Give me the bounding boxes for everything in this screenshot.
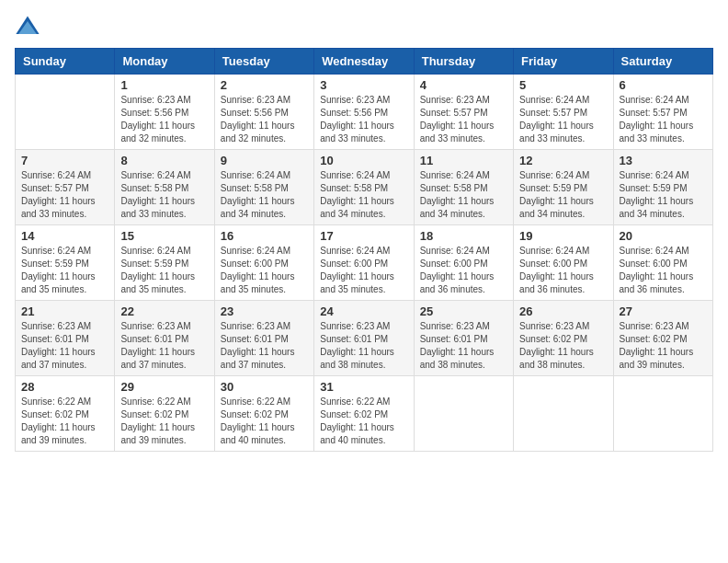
weekday-header: Wednesday [314, 49, 414, 75]
day-number: 15 [120, 229, 208, 243]
day-info: Sunrise: 6:22 AM Sunset: 6:02 PM Dayligh… [21, 396, 108, 447]
calendar-cell: 21Sunrise: 6:23 AM Sunset: 6:01 PM Dayli… [16, 301, 115, 376]
calendar-cell [414, 376, 513, 452]
day-info: Sunrise: 6:23 AM Sunset: 5:56 PM Dayligh… [221, 94, 308, 145]
day-number: 19 [519, 229, 607, 243]
calendar-cell [16, 75, 115, 150]
day-number: 3 [320, 78, 407, 92]
weekday-header: Saturday [613, 49, 712, 75]
day-info: Sunrise: 6:24 AM Sunset: 6:00 PM Dayligh… [221, 245, 308, 296]
day-number: 24 [320, 304, 407, 318]
day-number: 22 [120, 304, 208, 318]
day-number: 4 [420, 78, 507, 92]
day-number: 1 [120, 78, 208, 92]
calendar-cell: 31Sunrise: 6:22 AM Sunset: 6:02 PM Dayli… [314, 376, 414, 452]
day-info: Sunrise: 6:22 AM Sunset: 6:02 PM Dayligh… [120, 396, 208, 447]
calendar-cell: 28Sunrise: 6:22 AM Sunset: 6:02 PM Dayli… [16, 376, 115, 452]
day-number: 5 [519, 78, 607, 92]
calendar-cell: 3Sunrise: 6:23 AM Sunset: 5:56 PM Daylig… [314, 75, 414, 150]
calendar-cell: 8Sunrise: 6:24 AM Sunset: 5:58 PM Daylig… [115, 150, 214, 225]
day-info: Sunrise: 6:24 AM Sunset: 5:59 PM Dayligh… [519, 169, 607, 221]
day-info: Sunrise: 6:24 AM Sunset: 5:59 PM Dayligh… [620, 169, 707, 221]
day-number: 14 [21, 229, 108, 243]
calendar-cell: 24Sunrise: 6:23 AM Sunset: 6:01 PM Dayli… [314, 301, 414, 376]
calendar-cell: 5Sunrise: 6:24 AM Sunset: 5:57 PM Daylig… [514, 75, 613, 150]
calendar-cell: 27Sunrise: 6:23 AM Sunset: 6:02 PM Dayli… [613, 301, 712, 376]
calendar-cell: 1Sunrise: 6:23 AM Sunset: 5:56 PM Daylig… [115, 75, 214, 150]
day-info: Sunrise: 6:24 AM Sunset: 5:57 PM Dayligh… [620, 94, 707, 145]
day-info: Sunrise: 6:23 AM Sunset: 6:01 PM Dayligh… [21, 320, 108, 372]
day-info: Sunrise: 6:23 AM Sunset: 6:02 PM Dayligh… [519, 320, 607, 372]
page-header [15, 15, 713, 40]
weekday-header: Thursday [414, 49, 513, 75]
day-info: Sunrise: 6:23 AM Sunset: 6:01 PM Dayligh… [320, 320, 407, 372]
calendar-cell: 29Sunrise: 6:22 AM Sunset: 6:02 PM Dayli… [115, 376, 214, 452]
calendar-cell: 18Sunrise: 6:24 AM Sunset: 6:00 PM Dayli… [414, 225, 513, 301]
calendar-cell: 14Sunrise: 6:24 AM Sunset: 5:59 PM Dayli… [16, 225, 115, 301]
calendar-cell: 22Sunrise: 6:23 AM Sunset: 6:01 PM Dayli… [115, 301, 214, 376]
calendar-cell [613, 376, 712, 452]
day-number: 7 [21, 154, 108, 167]
calendar-cell: 12Sunrise: 6:24 AM Sunset: 5:59 PM Dayli… [514, 150, 613, 225]
day-info: Sunrise: 6:23 AM Sunset: 6:02 PM Dayligh… [620, 320, 707, 372]
day-number: 17 [320, 229, 407, 243]
day-number: 30 [221, 380, 308, 394]
day-number: 28 [21, 380, 108, 394]
day-number: 2 [221, 78, 308, 92]
logo [15, 15, 44, 40]
day-number: 26 [519, 304, 607, 318]
calendar-cell: 15Sunrise: 6:24 AM Sunset: 5:59 PM Dayli… [115, 225, 214, 301]
calendar-cell: 19Sunrise: 6:24 AM Sunset: 6:00 PM Dayli… [514, 225, 613, 301]
calendar-cell: 6Sunrise: 6:24 AM Sunset: 5:57 PM Daylig… [613, 75, 712, 150]
calendar-cell: 25Sunrise: 6:23 AM Sunset: 6:01 PM Dayli… [414, 301, 513, 376]
day-number: 23 [221, 304, 308, 318]
day-number: 10 [320, 154, 407, 167]
day-number: 9 [221, 154, 308, 167]
day-info: Sunrise: 6:24 AM Sunset: 6:00 PM Dayligh… [420, 245, 507, 296]
calendar-cell: 23Sunrise: 6:23 AM Sunset: 6:01 PM Dayli… [214, 301, 313, 376]
day-info: Sunrise: 6:23 AM Sunset: 5:56 PM Dayligh… [120, 94, 208, 145]
day-number: 16 [221, 229, 308, 243]
calendar-cell: 30Sunrise: 6:22 AM Sunset: 6:02 PM Dayli… [214, 376, 313, 452]
day-number: 18 [420, 229, 507, 243]
weekday-header: Monday [115, 49, 214, 75]
calendar-cell [514, 376, 613, 452]
weekday-header: Friday [514, 49, 613, 75]
weekday-header: Tuesday [214, 49, 313, 75]
calendar-cell: 4Sunrise: 6:23 AM Sunset: 5:57 PM Daylig… [414, 75, 513, 150]
weekday-header: Sunday [16, 49, 115, 75]
day-info: Sunrise: 6:24 AM Sunset: 5:58 PM Dayligh… [221, 169, 308, 221]
calendar-cell: 9Sunrise: 6:24 AM Sunset: 5:58 PM Daylig… [214, 150, 313, 225]
day-info: Sunrise: 6:24 AM Sunset: 5:57 PM Dayligh… [21, 169, 108, 221]
day-info: Sunrise: 6:24 AM Sunset: 6:00 PM Dayligh… [519, 245, 607, 296]
day-info: Sunrise: 6:24 AM Sunset: 6:00 PM Dayligh… [620, 245, 707, 296]
day-info: Sunrise: 6:23 AM Sunset: 5:56 PM Dayligh… [320, 94, 407, 145]
calendar-cell: 2Sunrise: 6:23 AM Sunset: 5:56 PM Daylig… [214, 75, 313, 150]
day-info: Sunrise: 6:23 AM Sunset: 5:57 PM Dayligh… [420, 94, 507, 145]
logo-icon [15, 15, 40, 40]
calendar-table: SundayMondayTuesdayWednesdayThursdayFrid… [15, 48, 713, 452]
day-info: Sunrise: 6:22 AM Sunset: 6:02 PM Dayligh… [221, 396, 308, 447]
day-number: 11 [420, 154, 507, 167]
day-number: 8 [120, 154, 208, 167]
day-info: Sunrise: 6:23 AM Sunset: 6:01 PM Dayligh… [221, 320, 308, 372]
calendar-week-row: 14Sunrise: 6:24 AM Sunset: 5:59 PM Dayli… [16, 225, 713, 301]
day-info: Sunrise: 6:24 AM Sunset: 5:58 PM Dayligh… [320, 169, 407, 221]
day-info: Sunrise: 6:22 AM Sunset: 6:02 PM Dayligh… [320, 396, 407, 447]
calendar-cell: 13Sunrise: 6:24 AM Sunset: 5:59 PM Dayli… [613, 150, 712, 225]
day-number: 13 [620, 154, 707, 167]
calendar-cell: 17Sunrise: 6:24 AM Sunset: 6:00 PM Dayli… [314, 225, 414, 301]
day-number: 27 [620, 304, 707, 318]
day-info: Sunrise: 6:24 AM Sunset: 5:58 PM Dayligh… [120, 169, 208, 221]
day-number: 29 [120, 380, 208, 394]
day-number: 21 [21, 304, 108, 318]
day-info: Sunrise: 6:23 AM Sunset: 6:01 PM Dayligh… [120, 320, 208, 372]
day-info: Sunrise: 6:24 AM Sunset: 5:59 PM Dayligh… [21, 245, 108, 296]
calendar-cell: 20Sunrise: 6:24 AM Sunset: 6:00 PM Dayli… [613, 225, 712, 301]
calendar-cell: 16Sunrise: 6:24 AM Sunset: 6:00 PM Dayli… [214, 225, 313, 301]
calendar-header-row: SundayMondayTuesdayWednesdayThursdayFrid… [16, 49, 713, 75]
day-info: Sunrise: 6:23 AM Sunset: 6:01 PM Dayligh… [420, 320, 507, 372]
calendar-cell: 11Sunrise: 6:24 AM Sunset: 5:58 PM Dayli… [414, 150, 513, 225]
calendar-week-row: 21Sunrise: 6:23 AM Sunset: 6:01 PM Dayli… [16, 301, 713, 376]
day-info: Sunrise: 6:24 AM Sunset: 6:00 PM Dayligh… [320, 245, 407, 296]
